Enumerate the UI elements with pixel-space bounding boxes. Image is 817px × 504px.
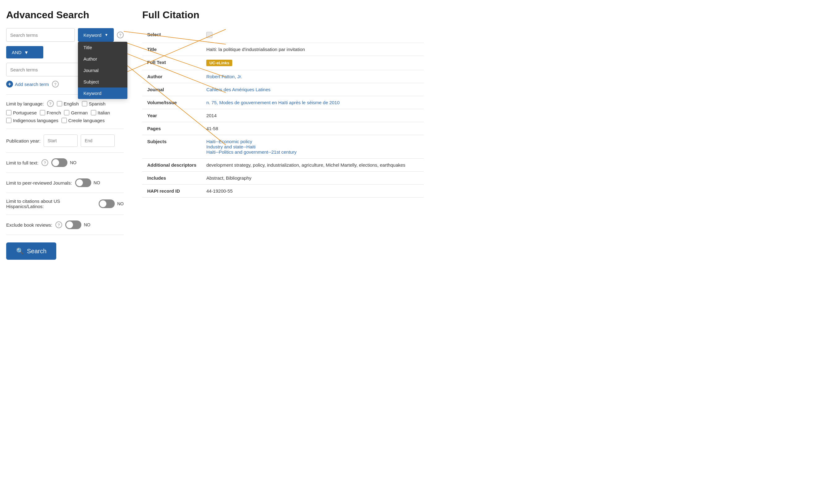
lang-portuguese-checkbox[interactable] bbox=[6, 110, 11, 115]
citation-label-journal: Journal bbox=[142, 83, 201, 96]
peer-reviewed-toggle-thumb bbox=[76, 179, 83, 186]
exclude-reviews-row: Exclude book reviews: ? NO bbox=[6, 220, 124, 229]
lang-creole[interactable]: Creole languages bbox=[62, 118, 105, 123]
citation-value-volume: n. 75, Modes de gouvernement en Haïti ap… bbox=[201, 96, 424, 109]
citation-value-includes: Abstract, Bibliography bbox=[201, 172, 424, 185]
bool-operator-button[interactable]: AND ▼ bbox=[6, 46, 43, 58]
lang-french[interactable]: French bbox=[40, 110, 61, 115]
lang-french-label: French bbox=[47, 110, 61, 115]
us-hispanics-toggle-label: NO bbox=[117, 201, 124, 206]
select-checkbox[interactable] bbox=[206, 32, 212, 38]
table-row-includes: Includes Abstract, Bibliography bbox=[142, 172, 424, 185]
help-icon-lang[interactable]: ? bbox=[47, 100, 54, 107]
exclude-reviews-toggle-track bbox=[65, 220, 81, 229]
exclude-reviews-label: Exclude book reviews: bbox=[6, 222, 52, 228]
us-hispanics-toggle-thumb bbox=[100, 200, 106, 207]
full-text-toggle-track bbox=[51, 158, 67, 167]
citation-label-pages: Pages bbox=[142, 122, 201, 135]
exclude-reviews-toggle-thumb bbox=[66, 221, 73, 228]
table-row-title: Title Haïti: la politique d'industrialis… bbox=[142, 43, 424, 56]
lang-italian[interactable]: Italian bbox=[91, 110, 110, 115]
journal-link[interactable]: Cahiers des Amériques Latines bbox=[206, 87, 271, 92]
lang-spanish-checkbox[interactable] bbox=[82, 101, 87, 106]
us-hispanics-row: Limit to citations about US Hispanics/La… bbox=[6, 199, 124, 209]
citation-table: Select Title Haïti: la politique d'indus… bbox=[142, 28, 424, 198]
lang-indigenous[interactable]: Indigenous languages bbox=[6, 118, 58, 123]
language-label: Limit by language: bbox=[6, 101, 44, 106]
citation-label-select: Select bbox=[142, 28, 201, 43]
citation-label-year: Year bbox=[142, 109, 201, 122]
bool-arrow-icon: ▼ bbox=[24, 50, 29, 55]
lang-italian-checkbox[interactable] bbox=[91, 110, 96, 115]
search-icon: 🔍 bbox=[16, 247, 24, 255]
keyword-dropdown-button[interactable]: Keyword ▼ bbox=[78, 28, 114, 42]
citation-label-author: Author bbox=[142, 70, 201, 83]
help-icon-2[interactable]: ? bbox=[52, 81, 59, 88]
help-icon-1[interactable]: ? bbox=[117, 32, 124, 38]
pub-year-end-input[interactable] bbox=[81, 135, 115, 147]
peer-reviewed-label: Limit to peer-reviewed Journals: bbox=[6, 180, 72, 186]
table-row-select: Select bbox=[142, 28, 424, 43]
help-icon-full-text[interactable]: ? bbox=[41, 159, 48, 166]
language-row-2: Indigenous languages Creole languages bbox=[6, 118, 124, 123]
keyword-dropdown-wrapper: Keyword ▼ Title Author Journal Subject K… bbox=[78, 28, 114, 42]
dropdown-item-keyword[interactable]: Keyword bbox=[78, 88, 127, 99]
subject-link-3[interactable]: Haiti--Politics and government--21st cen… bbox=[206, 149, 297, 155]
pub-year-start-input[interactable] bbox=[44, 135, 78, 147]
table-row-author: Author Robert Fatton, Jr. bbox=[142, 70, 424, 83]
divider-2 bbox=[6, 129, 124, 129]
dropdown-item-journal[interactable]: Journal bbox=[78, 65, 127, 76]
lang-french-checkbox[interactable] bbox=[40, 110, 45, 115]
uc-elinks-badge[interactable]: UC-eLinks bbox=[206, 60, 232, 66]
lang-english-label: English bbox=[64, 101, 79, 106]
lang-spanish-label: Spanish bbox=[89, 101, 105, 106]
right-panel: Full Citation Select Title Haïti: la pol… bbox=[130, 9, 424, 260]
table-row-descriptors: Additional descriptors development strat… bbox=[142, 159, 424, 172]
divider-7 bbox=[6, 235, 124, 235]
citation-label-subjects: Subjects bbox=[142, 135, 201, 159]
us-hispanics-toggle[interactable]: NO bbox=[99, 199, 124, 208]
dropdown-item-title[interactable]: Title bbox=[78, 42, 127, 53]
help-icon-exclude[interactable]: ? bbox=[55, 221, 62, 228]
lang-german-checkbox[interactable] bbox=[64, 110, 69, 115]
citation-label-volume: Volume/Issue bbox=[142, 96, 201, 109]
pub-year-row: Publication year: bbox=[6, 135, 124, 147]
peer-reviewed-toggle-label: NO bbox=[94, 180, 100, 185]
table-row-journal: Journal Cahiers des Amériques Latines bbox=[142, 83, 424, 96]
language-row: Limit by language: ? English Spanish Por… bbox=[6, 100, 124, 115]
add-term-label: Add search term bbox=[15, 82, 49, 87]
search-row-1: Keyword ▼ Title Author Journal Subject K… bbox=[6, 28, 124, 42]
author-link[interactable]: Robert Fatton, Jr. bbox=[206, 74, 242, 79]
lang-german[interactable]: German bbox=[64, 110, 88, 115]
full-citation-title: Full Citation bbox=[142, 9, 424, 21]
lang-english-checkbox[interactable] bbox=[57, 101, 62, 106]
peer-reviewed-toggle-track bbox=[75, 178, 91, 187]
lang-portuguese[interactable]: Portuguese bbox=[6, 110, 37, 115]
subject-link-2[interactable]: Industry and state--Haiti bbox=[206, 144, 255, 149]
add-search-term-button[interactable]: + Add search term bbox=[6, 81, 49, 88]
citation-value-journal: Cahiers des Amériques Latines bbox=[201, 83, 424, 96]
dropdown-item-subject[interactable]: Subject bbox=[78, 76, 127, 88]
citation-value-title: Haïti: la politique d'industrialisation … bbox=[201, 43, 424, 56]
citation-value-author: Robert Fatton, Jr. bbox=[201, 70, 424, 83]
peer-reviewed-toggle[interactable]: NO bbox=[75, 178, 100, 187]
lang-german-label: German bbox=[71, 110, 88, 115]
search-input-1[interactable] bbox=[6, 28, 75, 42]
subject-link-1[interactable]: Haiti--Economic policy bbox=[206, 139, 252, 144]
lang-english[interactable]: English bbox=[57, 101, 79, 106]
dropdown-item-author[interactable]: Author bbox=[78, 53, 127, 65]
full-text-toggle[interactable]: NO bbox=[51, 158, 76, 167]
search-button[interactable]: 🔍 Search bbox=[6, 242, 56, 260]
keyword-label: Keyword bbox=[83, 32, 101, 38]
full-text-label: Limit to full text: bbox=[6, 160, 38, 165]
volume-link[interactable]: n. 75, Modes de gouvernement en Haïti ap… bbox=[206, 100, 340, 105]
table-row-fulltext: Full Text UC-eLinks bbox=[142, 56, 424, 70]
lang-creole-checkbox[interactable] bbox=[62, 118, 67, 123]
exclude-reviews-toggle[interactable]: NO bbox=[65, 220, 90, 229]
table-row-subjects: Subjects Haiti--Economic policy Industry… bbox=[142, 135, 424, 159]
divider-6 bbox=[6, 215, 124, 215]
lang-spanish[interactable]: Spanish bbox=[82, 101, 105, 106]
lang-indigenous-checkbox[interactable] bbox=[6, 118, 11, 123]
full-text-row: Limit to full text: ? NO bbox=[6, 158, 124, 167]
citation-label-includes: Includes bbox=[142, 172, 201, 185]
